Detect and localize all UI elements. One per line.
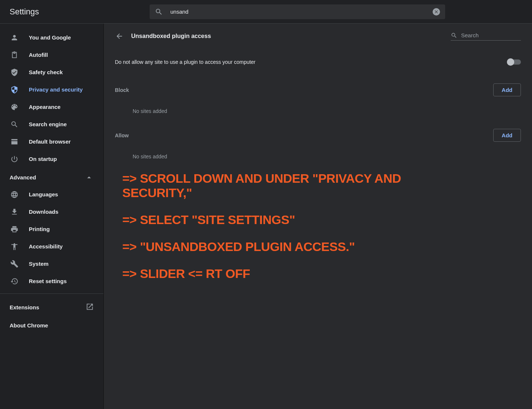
toggle-label: Do not allow any site to use a plugin to…	[115, 59, 256, 65]
block-empty-text: No sites added	[115, 108, 521, 114]
allow-section: Allow Add No sites added	[115, 129, 521, 159]
browser-icon	[10, 137, 19, 147]
topbar-left: Settings	[0, 7, 150, 17]
sidebar-about[interactable]: About Chrome	[0, 317, 103, 334]
allow-empty-text: No sites added	[115, 154, 521, 159]
sidebar-item-privacy-security[interactable]: Privacy and security	[0, 81, 100, 98]
sidebar-item-label: Safety check	[29, 69, 63, 75]
sidebar-item-accessibility[interactable]: Accessibility	[0, 238, 100, 255]
power-icon	[10, 154, 19, 164]
shield-check-icon	[10, 68, 19, 77]
open-external-icon	[86, 303, 94, 312]
page-header: Unsandboxed plugin access	[115, 32, 521, 41]
allow-title: Allow	[115, 133, 129, 138]
sidebar-item-downloads[interactable]: Downloads	[0, 203, 100, 220]
search-icon	[155, 8, 163, 16]
clear-search-icon[interactable]	[433, 8, 440, 16]
download-icon	[10, 207, 19, 217]
search-bar[interactable]	[150, 4, 445, 19]
sidebar-item-label: Printing	[29, 226, 50, 232]
search-icon	[451, 32, 457, 39]
main-content: Unsandboxed plugin access Do not allow a…	[103, 24, 532, 409]
accessibility-icon	[10, 242, 19, 251]
sidebar-item-label: Autofill	[29, 52, 48, 58]
sidebar-item-appearance[interactable]: Appearance	[0, 98, 100, 116]
palette-icon	[10, 102, 19, 112]
sidebar-item-you-and-google[interactable]: You and Google	[0, 29, 100, 46]
chevron-up-icon	[87, 176, 91, 178]
sidebar-item-system[interactable]: System	[0, 255, 100, 272]
overlay-line-1: => SCROLL DOWN AND UNDER "PRIVACY AND SE…	[122, 171, 410, 200]
advanced-toggle[interactable]: Advanced	[0, 168, 103, 186]
sidebar-item-label: Accessibility	[29, 243, 63, 250]
page-search-input[interactable]	[461, 32, 521, 38]
sidebar-item-label: Default browser	[29, 138, 71, 145]
sidebar-item-label: You and Google	[29, 34, 71, 41]
plugin-toggle[interactable]	[508, 59, 521, 65]
person-icon	[10, 33, 19, 42]
extensions-label: Extensions	[10, 304, 39, 310]
sidebar-item-safety-check[interactable]: Safety check	[0, 63, 100, 81]
sidebar-item-autofill[interactable]: Autofill	[0, 46, 100, 63]
sidebar-divider	[0, 293, 103, 294]
printer-icon	[10, 224, 19, 234]
back-arrow-icon[interactable]	[115, 32, 124, 41]
globe-icon	[10, 190, 19, 199]
allow-add-button[interactable]: Add	[493, 129, 521, 142]
sidebar-item-languages[interactable]: Languages	[0, 186, 100, 203]
sidebar-item-default-browser[interactable]: Default browser	[0, 133, 100, 150]
wrench-icon	[10, 259, 19, 269]
sidebar-item-label: Downloads	[29, 209, 58, 215]
sidebar-item-search-engine[interactable]: Search engine	[0, 116, 100, 133]
annotation-overlay: => SCROLL DOWN AND UNDER "PRIVACY AND SE…	[122, 171, 410, 293]
page-search[interactable]	[451, 32, 521, 41]
about-label: About Chrome	[10, 322, 48, 329]
block-add-button[interactable]: Add	[493, 83, 521, 96]
overlay-line-2: => SELECT "SITE SETTINGS"	[122, 213, 410, 227]
sidebar-item-reset-settings[interactable]: Reset settings	[0, 272, 100, 290]
plugin-toggle-row: Do not allow any site to use a plugin to…	[115, 59, 521, 65]
sidebar-item-label: System	[29, 261, 48, 267]
block-title: Block	[115, 87, 129, 93]
topbar: Settings	[0, 0, 532, 24]
sidebar-item-label: Appearance	[29, 104, 61, 110]
sidebar-extensions[interactable]: Extensions	[0, 298, 103, 317]
toggle-knob	[507, 58, 514, 66]
app-title: Settings	[10, 7, 39, 17]
block-section: Block Add No sites added	[115, 83, 521, 114]
sidebar-item-label: Search engine	[29, 121, 67, 127]
sidebar-item-on-startup[interactable]: On startup	[0, 150, 100, 168]
page-title: Unsandboxed plugin access	[131, 33, 451, 39]
overlay-line-3: => "UNSANDBOXED PLUGIN ACCESS."	[122, 240, 410, 254]
advanced-label: Advanced	[10, 174, 36, 181]
sidebar-item-label: On startup	[29, 156, 57, 162]
restore-icon	[10, 276, 19, 286]
sidebar-item-label: Privacy and security	[29, 86, 83, 93]
clipboard-icon	[10, 50, 19, 60]
sidebar-item-label: Languages	[29, 191, 58, 197]
shield-icon	[10, 85, 19, 94]
sidebar-item-printing[interactable]: Printing	[0, 220, 100, 238]
sidebar: You and Google Autofill Safety check Pri…	[0, 24, 103, 409]
search-input[interactable]	[170, 8, 433, 15]
sidebar-item-label: Reset settings	[29, 278, 67, 284]
search-icon	[10, 120, 19, 129]
overlay-line-4: => SLIDER <= RT OFF	[122, 267, 410, 281]
